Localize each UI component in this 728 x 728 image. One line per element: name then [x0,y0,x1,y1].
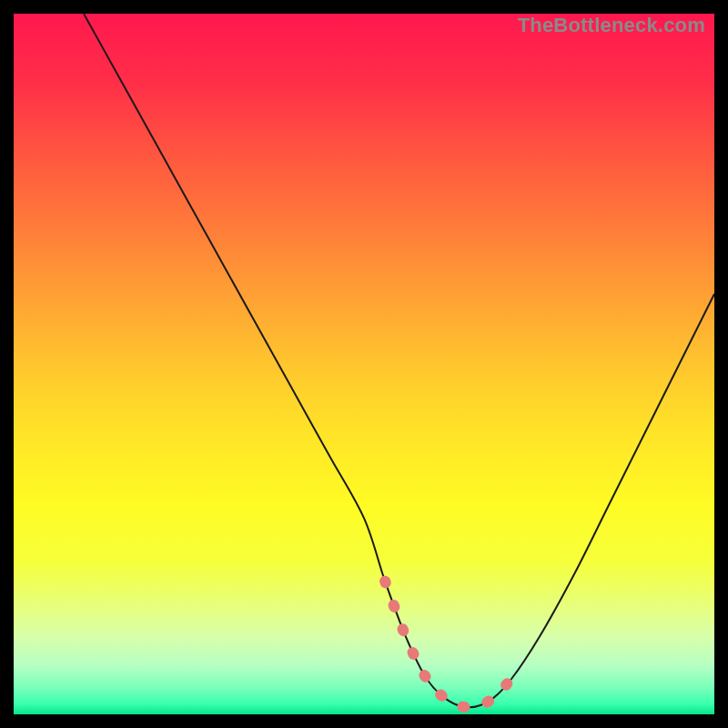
plot-area: TheBottleneck.com [14,14,714,714]
watermark-label: TheBottleneck.com [518,14,705,37]
chart-frame: TheBottleneck.com [0,0,728,728]
bottleneck-curve-svg [14,14,714,714]
valley-dash [385,581,511,708]
bottleneck-curve [84,14,714,707]
